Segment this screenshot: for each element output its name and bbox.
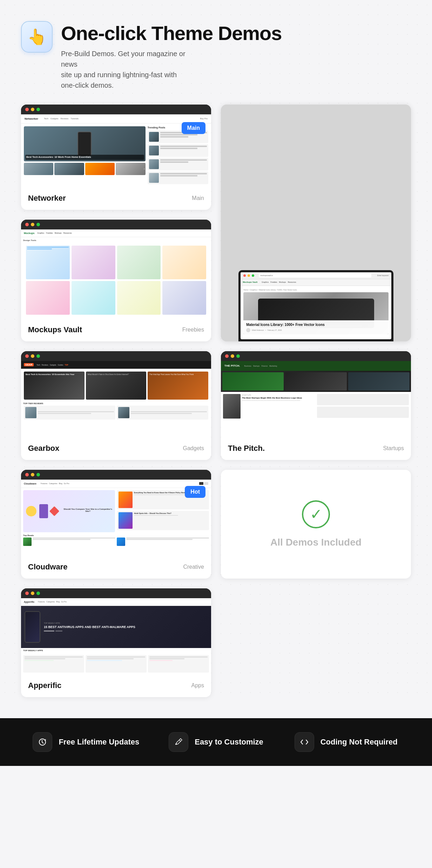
pitch-info: The Pitch. Startups xyxy=(221,438,411,460)
nav-items: Tech Gadgets Reviews Tutorials xyxy=(44,118,79,120)
networker-label: Networker Main xyxy=(28,194,204,203)
cw-card-2: Adult Spots Info – Should You Discuss Th… xyxy=(117,511,209,530)
browser-bar-gb xyxy=(21,351,211,361)
networker-nav: Networker Tech Gadgets Reviews Tutorials… xyxy=(21,114,211,123)
code-icon xyxy=(299,737,309,747)
laptop-article-overlay: Material Icons Library: 1000+ Free Vecto… xyxy=(243,320,389,334)
mv-logo: Mockups Vault xyxy=(243,281,257,283)
networker-name: Networker xyxy=(28,194,66,203)
demo-card-networker[interactable]: Main Networker Tech Gadgets Reviews Tuto… xyxy=(21,105,211,210)
apperific-hero-text: TOP WEEKLY APPS 15 BEST ANTIVIRUS APPS A… xyxy=(44,622,135,632)
networker-sidebar: Trending Posts xyxy=(148,126,208,184)
search-hint: Buy Pro xyxy=(200,118,208,120)
pitch-main-article: STARTUPS The Best Startups Begin With th… xyxy=(223,394,315,419)
checkmark-icon: ✓ xyxy=(310,507,322,522)
small-cards: › xyxy=(24,163,146,175)
mv-item-1 xyxy=(26,246,70,279)
mv-category: Freebies xyxy=(182,327,204,333)
laptop-dot-red xyxy=(243,274,246,277)
networker-logo: Networker xyxy=(25,117,38,120)
brush-icon-wrapper xyxy=(169,732,188,752)
top-weekly-label: TOP WEEKLY APPS xyxy=(21,648,211,653)
mv-grid xyxy=(23,243,209,318)
all-demos-label: All Demos Included xyxy=(270,537,362,548)
mockups-vault-screenshot: Mockups Graphics Freebies Mockups Resour… xyxy=(21,220,211,320)
cloudware-mock: Cloudware Features Categories Blog Go Pr… xyxy=(21,480,211,557)
sidebar-card-2 xyxy=(148,144,208,157)
ap-item-3 xyxy=(148,655,209,673)
demo-card-cloudware[interactable]: Hot Cloudware Features Categories Blog G… xyxy=(21,470,211,579)
apperific-name: Apperific xyxy=(28,681,61,690)
laptop-dot-green xyxy=(252,274,254,277)
hero-title: Best Tech Accessories: 10 Work From Home… xyxy=(26,156,143,159)
top-reads-label: Top Reads xyxy=(21,534,211,536)
demo-card-pitch[interactable]: THE PITCH. Business Startups Finance Mar… xyxy=(221,351,411,460)
demo-card-apperific[interactable]: Apperific Features Categories Blog Go Pr… xyxy=(21,588,211,697)
featured-demo-laptop[interactable]: mockupsvault.io Enter keyword Mockups Va… xyxy=(221,105,411,341)
clock-icon xyxy=(38,737,47,747)
cloudware-label: Cloudware Creative xyxy=(28,562,204,572)
laptop-search: Enter keyword xyxy=(377,274,389,276)
gb-bottom-2 xyxy=(117,406,208,420)
browser-bar xyxy=(21,105,211,114)
clock-icon-wrapper xyxy=(33,732,52,752)
page-subtitle: Pre-Build Demos. Get your magazine or ne… xyxy=(61,48,194,91)
all-demos-card[interactable]: ✓ All Demos Included xyxy=(221,470,411,579)
mv-site-links: Graphics Freebies Mockups Resources xyxy=(37,232,72,234)
laptop-hero-area: Material Icons Library: 1000+ Free Vecto… xyxy=(243,292,389,334)
footer-customize-label: Easy to Customize xyxy=(195,737,263,747)
mv-site-nav: Mockups Graphics Freebies Mockups Resour… xyxy=(21,229,211,237)
pitch-sidebar xyxy=(317,394,409,419)
pitch-mock: THE PITCH. Business Startups Finance Mar… xyxy=(221,361,411,438)
browser-bar-ap xyxy=(21,588,211,598)
gearbox-mock: GEAR Tech Reviews Gadgets Guides TOP xyxy=(21,361,211,438)
laptop-content: Home > Graphics > Material Icons Library… xyxy=(241,286,391,339)
shape-circle xyxy=(26,506,36,516)
apperific-logo: Apperific xyxy=(24,601,34,603)
apperific-screenshot: Apperific Features Categories Blog Go Pr… xyxy=(21,588,211,675)
footer: Free Lifetime Updates Easy to Customize … xyxy=(0,718,432,766)
laptop-article-title: Material Icons Library: 1000+ Free Vecto… xyxy=(246,322,386,327)
laptop-url-text: mockupsvault.io xyxy=(260,274,273,276)
featured-laptop-display: mockupsvault.io Enter keyword Mockups Va… xyxy=(221,105,411,341)
touch-icon: 👆 xyxy=(27,28,47,46)
apperific-nav: Apperific Features Categories Blog Go Pr… xyxy=(21,598,211,606)
laptop-meta: Elliott Anderson • February 27, 2020 xyxy=(246,328,386,332)
mv-item-3 xyxy=(117,246,161,279)
mv-grid-container: Design Tools xyxy=(21,237,211,320)
browser-bar-cw xyxy=(21,470,211,480)
apperific-mock: Apperific Features Categories Blog Go Pr… xyxy=(21,598,211,675)
demo-card-mockups-vault[interactable]: Mockups Graphics Freebies Mockups Resour… xyxy=(21,220,211,341)
mv-item-6 xyxy=(72,281,115,315)
apperific-hero-title: 15 BEST ANTIVIRUS APPS AND BEST ANTI-MAL… xyxy=(44,625,135,629)
hero-image: Best Tech Accessories: 10 Work From Home… xyxy=(24,126,146,161)
footer-item-updates: Free Lifetime Updates xyxy=(21,732,151,752)
sidebar-card-4 xyxy=(148,172,208,184)
demo-card-gearbox[interactable]: GEAR Tech Reviews Gadgets Guides TOP xyxy=(21,351,211,460)
code-icon-wrapper xyxy=(295,732,314,752)
pitch-header: THE PITCH. Business Startups Finance Mar… xyxy=(221,361,411,371)
gearbox-grid: Best Tech & Accessories: 10 Essentials t… xyxy=(21,369,211,402)
laptop-body: mockupsvault.io Enter keyword Mockups Va… xyxy=(238,270,393,341)
cloudware-content: Should You Compare Your Site to a Compet… xyxy=(21,488,211,534)
check-circle: ✓ xyxy=(302,500,330,528)
gearbox-item-3: The Viral App That Leaves You Not Sure W… xyxy=(148,372,208,400)
cloudware-nav: Cloudware Features Categories Blog Go Pr… xyxy=(21,480,211,488)
apperific-label: Apperific Apps xyxy=(28,681,204,690)
pitch-hero xyxy=(221,371,411,392)
cloudware-name: Cloudware xyxy=(28,562,67,572)
gearbox-category: Gadgets xyxy=(183,445,204,452)
gearbox-screenshot: GEAR Tech Reviews Gadgets Guides TOP xyxy=(21,351,211,438)
mockups-vault-info: Mockups Vault Freebies xyxy=(21,320,211,341)
apperific-info: Apperific Apps xyxy=(21,675,211,697)
pitch-article-title: The Best Startups Begin With the Best Bu… xyxy=(242,397,315,400)
gearbox-hero-title: Best Tech & Accessories: 10 Essentials t… xyxy=(26,373,83,376)
networker-category: Main xyxy=(192,195,204,201)
top-reviews-label: TOP-TIER REVIEWS xyxy=(21,402,211,405)
laptop-display: mockupsvault.io Enter keyword Mockups Va… xyxy=(241,272,391,339)
hot-badge: Hot xyxy=(185,486,205,498)
ap-item-1 xyxy=(23,655,84,673)
gearbox-label: Gearbox Gadgets xyxy=(28,444,204,453)
networker-screenshot: Main Networker Tech Gadgets Reviews Tuto… xyxy=(21,105,211,188)
phone-mock xyxy=(77,132,92,156)
